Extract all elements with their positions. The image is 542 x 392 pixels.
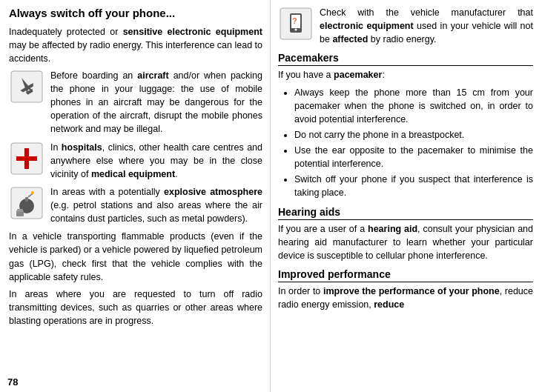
pacemakers-intro: If you have a pacemaker: <box>278 68 533 82</box>
improved-performance-text: In order to improve the performance of y… <box>278 285 533 311</box>
improved-performance-title: Improved performance <box>278 268 533 282</box>
vehicle-para2: In areas where you are requested to turn… <box>9 288 262 328</box>
explosive-text: In areas with a potentially explosive at… <box>50 185 262 225</box>
page-number: 78 <box>7 376 18 388</box>
pacemaker-bullet-3: Use the ear opposite to the pacemaker to… <box>294 144 533 170</box>
question-icon-box: ? <box>278 6 314 41</box>
aircraft-icon-box <box>9 69 44 104</box>
aircraft-icon <box>10 70 43 103</box>
aircraft-section: Before boarding an aircraft and/or when … <box>9 69 262 136</box>
explosive-icon-box <box>9 185 44 221</box>
hearing-aids-title: Hearing aids <box>278 206 533 220</box>
hospital-text: In hospitals, clinics, other health care… <box>50 141 262 181</box>
hospital-section: In hospitals, clinics, other health care… <box>9 141 262 181</box>
explosive-section: In areas with a potentially explosive at… <box>9 185 262 225</box>
pacemaker-bullet-4: Switch off your phone if you suspect tha… <box>294 173 533 199</box>
main-title: Always switch off your phone... <box>9 6 262 21</box>
hospital-icon <box>10 142 43 175</box>
svg-rect-13 <box>17 209 23 212</box>
pacemaker-bullet-1: Always keep the phone more than 15 cm fr… <box>294 86 533 126</box>
svg-point-11 <box>31 191 34 194</box>
pacemaker-list: Always keep the phone more than 15 cm fr… <box>285 86 533 200</box>
svg-rect-9 <box>25 197 28 202</box>
question-icon: ? <box>280 7 312 40</box>
intro-paragraph: Inadequately protected or sensitive elec… <box>9 25 262 65</box>
explosive-icon <box>10 187 43 219</box>
vehicle-para1: In a vehicle transporting flammable prod… <box>9 230 262 284</box>
aircraft-text: Before boarding an aircraft and/or when … <box>50 69 262 136</box>
vehicle-check-section: ? Check with the vehicle manufacturer th… <box>278 6 533 46</box>
pacemaker-bullet-2: Do not carry the phone in a breastpocket… <box>294 128 533 142</box>
pacemakers-title: Pacemakers <box>278 52 533 66</box>
vehicle-check-text: Check with the vehicle manufacturer that… <box>320 6 533 46</box>
hospital-icon-box <box>9 141 44 176</box>
hearing-aids-text: If you are a user of a hearing aid, cons… <box>278 222 533 262</box>
svg-text:?: ? <box>292 16 297 25</box>
svg-rect-6 <box>16 156 37 161</box>
svg-point-17 <box>295 29 297 31</box>
